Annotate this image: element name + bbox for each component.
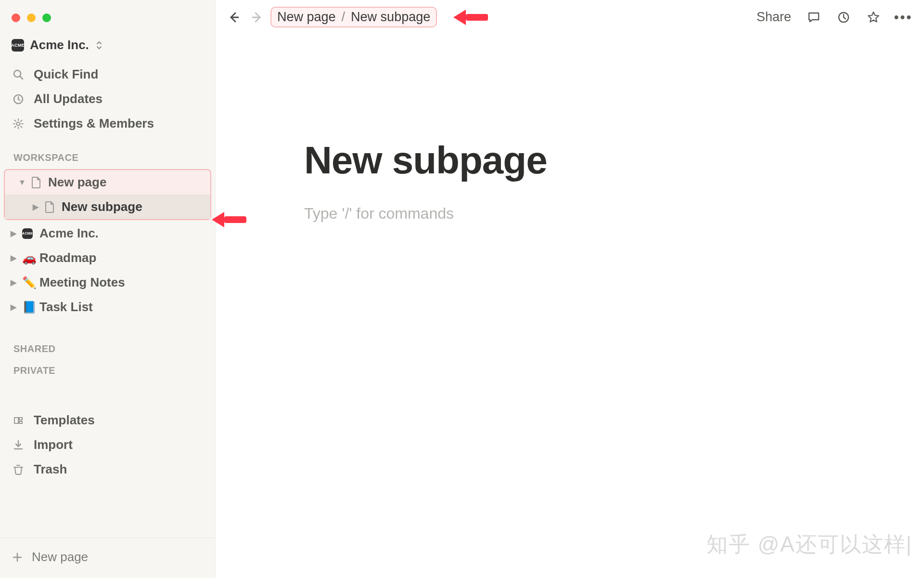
page-title[interactable]: New subpage — [304, 138, 841, 183]
download-icon — [12, 439, 25, 451]
quick-find-row[interactable]: Quick Find — [0, 62, 215, 87]
new-page-label: New page — [32, 550, 88, 565]
updates-clock-icon[interactable] — [836, 10, 851, 25]
document-body: New subpage Type '/' for commands — [216, 34, 924, 223]
trash-row[interactable]: Trash — [0, 457, 215, 482]
more-menu-icon[interactable]: ••• — [896, 10, 911, 25]
forward-button[interactable] — [250, 11, 264, 24]
topbar-actions: Share ••• — [757, 10, 911, 25]
section-shared: SHARED — [0, 319, 215, 359]
breadcrumb-current[interactable]: New subpage — [351, 10, 430, 25]
page-icon — [31, 176, 44, 189]
workspace-name: Acme Inc. — [30, 38, 89, 53]
page-acme[interactable]: ▶ ACME Acme Inc. — [0, 221, 215, 246]
workspace-badge-icon: ACME — [22, 228, 36, 239]
nav-buttons — [227, 11, 264, 24]
page-task-list[interactable]: ▶ 📘 Task List — [0, 295, 215, 319]
all-updates-row[interactable]: All Updates — [0, 87, 215, 111]
page-new-page[interactable]: ▼ New page — [5, 170, 210, 195]
chevron-right-icon[interactable]: ▶ — [9, 253, 18, 263]
import-row[interactable]: Import — [0, 433, 215, 457]
window-zoom-dot[interactable] — [42, 13, 51, 22]
page-roadmap[interactable]: ▶ 🚗 Roadmap — [0, 246, 215, 270]
import-label: Import — [34, 437, 73, 452]
book-icon: 📘 — [22, 301, 36, 314]
comments-icon[interactable] — [807, 10, 821, 25]
page-label: New page — [48, 175, 106, 190]
topbar: New page / New subpage Share ••• — [216, 0, 924, 34]
workspace-tree: ▼ New page ▶ New subpage ▶ ACME Acme Inc… — [0, 168, 215, 319]
window-traffic-lights — [0, 0, 215, 33]
favorite-star-icon[interactable] — [866, 10, 881, 25]
car-icon: 🚗 — [22, 251, 36, 265]
breadcrumb: New page / New subpage — [270, 7, 437, 27]
main-area: New page / New subpage Share ••• New sub… — [216, 0, 924, 578]
search-icon — [12, 69, 25, 80]
page-meeting-notes[interactable]: ▶ ✏️ Meeting Notes — [0, 270, 215, 295]
workspace-switcher[interactable]: ACME Acme Inc. — [0, 33, 215, 62]
breadcrumb-separator: / — [342, 10, 346, 25]
pencil-icon: ✏️ — [22, 276, 36, 289]
page-new-subpage[interactable]: ▶ New subpage — [5, 195, 210, 219]
switcher-updown-icon — [95, 41, 103, 50]
chevron-right-icon[interactable]: ▶ — [9, 302, 18, 312]
window-close-dot[interactable] — [12, 13, 20, 22]
sidebar: ACME Acme Inc. Quick Find All Updates Se… — [0, 0, 216, 578]
chevron-right-icon[interactable]: ▶ — [9, 229, 18, 238]
page-label: Acme Inc. — [39, 226, 99, 241]
templates-icon — [12, 415, 25, 426]
clock-icon — [12, 93, 25, 105]
trash-icon — [12, 464, 25, 475]
settings-label: Settings & Members — [34, 116, 154, 131]
window-minimize-dot[interactable] — [27, 13, 36, 22]
page-label: Task List — [39, 300, 93, 315]
section-private: PRIVATE — [0, 359, 215, 381]
plus-icon — [12, 552, 23, 563]
page-label: Meeting Notes — [39, 275, 125, 290]
svg-point-3 — [17, 122, 20, 125]
all-updates-label: All Updates — [34, 92, 103, 106]
page-icon — [44, 201, 58, 213]
breadcrumb-parent[interactable]: New page — [277, 10, 336, 25]
templates-label: Templates — [34, 413, 95, 428]
page-label: New subpage — [62, 199, 142, 214]
share-button[interactable]: Share — [757, 10, 791, 25]
new-page-button[interactable]: New page — [0, 538, 215, 578]
watermark-text: 知乎 @A还可以这样| — [706, 530, 912, 559]
back-button[interactable] — [227, 11, 241, 24]
editor-placeholder[interactable]: Type '/' for commands — [304, 205, 841, 223]
settings-row[interactable]: Settings & Members — [0, 111, 215, 136]
chevron-right-icon[interactable]: ▶ — [9, 278, 18, 287]
trash-label: Trash — [34, 462, 67, 477]
gear-icon — [12, 118, 25, 130]
chevron-down-icon[interactable]: ▼ — [17, 178, 27, 187]
svg-line-1 — [20, 76, 23, 79]
section-workspace: WORKSPACE — [0, 136, 215, 168]
quick-find-label: Quick Find — [34, 67, 98, 82]
workspace-badge-icon: ACME — [12, 39, 24, 52]
page-label: Roadmap — [39, 250, 96, 265]
chevron-right-icon[interactable]: ▶ — [31, 202, 40, 211]
templates-row[interactable]: Templates — [0, 408, 215, 433]
highlight-annotation-sidebar: ▼ New page ▶ New subpage — [4, 169, 211, 220]
